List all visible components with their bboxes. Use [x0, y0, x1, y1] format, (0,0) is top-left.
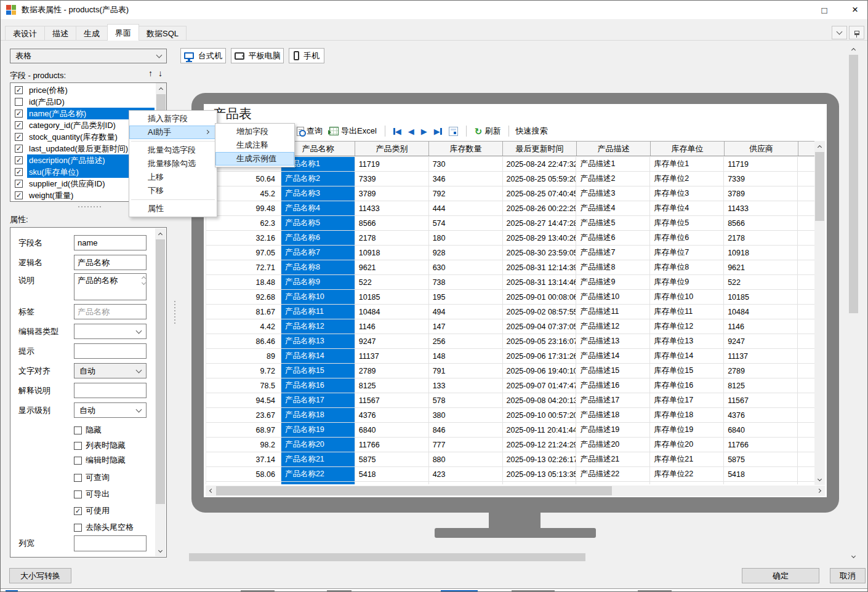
- editor-type-select[interactable]: [74, 324, 147, 339]
- refresh-button[interactable]: ↻ 刷新: [473, 126, 503, 137]
- table-row[interactable]: 23.67产品名称1843763802025-09-10 00:57:20产品描…: [206, 408, 814, 423]
- last-record-button[interactable]: ▶: [432, 127, 444, 136]
- menu-batch-check-fields[interactable]: 批量勾选字段: [129, 143, 217, 157]
- column-header-8[interactable]: [798, 142, 815, 156]
- menu-insert-new-field[interactable]: 插入新字段: [129, 112, 217, 126]
- field-checkbox[interactable]: ✓: [15, 86, 23, 94]
- ok-button[interactable]: 确定: [742, 568, 819, 583]
- tab-interface[interactable]: 界面: [107, 24, 139, 41]
- column-width-input[interactable]: [74, 535, 147, 551]
- move-field-down-button[interactable]: ↓: [158, 68, 163, 78]
- hint-input[interactable]: [74, 343, 147, 359]
- horizontal-splitter[interactable]: [78, 206, 103, 207]
- pin-button[interactable]: [849, 26, 864, 39]
- column-header-7[interactable]: 供应商: [725, 142, 798, 156]
- table-row[interactable]: 32.16产品名称621781802025-08-29 13:40:26产品描述…: [206, 231, 814, 246]
- first-record-button[interactable]: ◀: [392, 127, 403, 136]
- table-row[interactable]: 68.97产品名称1968408462025-09-11 20:41:44产品描…: [206, 423, 814, 438]
- view-type-select[interactable]: 表格: [10, 49, 167, 63]
- checkbox-trim-spaces[interactable]: [74, 524, 82, 532]
- field-checkbox[interactable]: ✓: [15, 168, 23, 176]
- column-header-5[interactable]: 产品描述: [577, 142, 651, 156]
- table-row[interactable]: 92.68产品名称10101851952025-09-01 00:08:06产品…: [206, 290, 814, 305]
- table-row[interactable]: 37.14产品名称2158758802025-09-13 02:26:17产品描…: [206, 452, 814, 467]
- column-header-6[interactable]: 库存单位: [651, 142, 725, 156]
- device-phone-button[interactable]: 手机: [289, 48, 324, 63]
- field-name-input[interactable]: [74, 235, 147, 250]
- next-record-button[interactable]: ▶: [419, 127, 429, 136]
- menu-move-up[interactable]: 上移: [129, 170, 217, 184]
- table-row[interactable]: 89产品名称14111371482025-09-06 17:31:26产品描述1…: [206, 349, 814, 364]
- table-row[interactable]: 18.48产品名称95227382025-08-31 13:14:46产品描述9…: [206, 275, 814, 290]
- table-row[interactable]: 72.71产品名称896216302025-08-31 12:14:39产品描述…: [206, 260, 814, 275]
- column-header-2[interactable]: 产品类别: [355, 142, 429, 156]
- quick-search-button[interactable]: 快速搜索: [515, 126, 547, 137]
- description-textarea[interactable]: 产品的名称: [74, 273, 147, 300]
- menu-move-down[interactable]: 下移: [129, 184, 217, 198]
- device-desktop-button[interactable]: 台式机: [180, 48, 226, 63]
- table-row[interactable]: 50.64产品名称273393462025-08-25 05:59:20产品描述…: [206, 172, 814, 186]
- properties-scrollbar[interactable]: [155, 228, 166, 556]
- submenu-add-field[interactable]: 增加字段: [215, 125, 294, 138]
- logical-name-input[interactable]: [74, 255, 147, 270]
- column-header-3[interactable]: 库存数量: [429, 142, 503, 156]
- table-row[interactable]: 99.48产品名称4114334442025-08-26 00:22:29产品描…: [206, 201, 814, 216]
- submenu-generate-sample-value[interactable]: 生成示例值: [215, 152, 294, 166]
- field-checkbox[interactable]: [15, 98, 23, 106]
- close-button[interactable]: ×: [844, 1, 866, 19]
- explanation-input[interactable]: [74, 383, 147, 398]
- scrollbar-thumb[interactable]: [815, 152, 824, 221]
- menu-properties[interactable]: 属性: [129, 202, 217, 215]
- record-grid-button[interactable]: [447, 127, 460, 136]
- tag-input[interactable]: [74, 304, 147, 319]
- table-row[interactable]: 86.46产品名称1392472562025-09-05 23:16:07产品描…: [206, 334, 814, 349]
- scrollbar-thumb[interactable]: [216, 486, 612, 495]
- dialog-horizontal-scrollbar-thumb[interactable]: [189, 553, 585, 561]
- field-checkbox[interactable]: ✓: [15, 191, 23, 199]
- table-row[interactable]: 97.05产品名称7109189282025-08-30 23:59:05产品描…: [206, 246, 814, 260]
- table-horizontal-scrollbar[interactable]: [206, 486, 825, 496]
- checkbox-hidden[interactable]: [74, 426, 82, 434]
- cancel-button[interactable]: 取消: [830, 568, 866, 583]
- textarea-spinner[interactable]: [142, 275, 145, 284]
- maximize-button[interactable]: □: [813, 1, 835, 19]
- previous-record-button[interactable]: ◀: [406, 127, 416, 136]
- move-field-up-button[interactable]: ↑: [148, 68, 153, 78]
- table-row[interactable]: 4.42产品名称1211461472025-09-04 07:37:05产品描述…: [206, 319, 814, 334]
- field-checkbox[interactable]: ✓: [15, 133, 23, 141]
- tab-description[interactable]: 描述: [44, 26, 76, 41]
- table-vertical-scrollbar[interactable]: [814, 141, 825, 485]
- query-button[interactable]: 查询: [295, 126, 324, 137]
- table-row[interactable]: 98.2产品名称20117667772025-09-12 21:24:29产品描…: [206, 438, 814, 452]
- vertical-splitter[interactable]: [174, 301, 175, 324]
- case-convert-button[interactable]: 大小写转换: [9, 568, 71, 583]
- checkbox-hide-in-edit[interactable]: [74, 457, 82, 465]
- tab-data-sql[interactable]: 数据SQL: [139, 26, 187, 41]
- field-checkbox[interactable]: ✓: [15, 145, 23, 153]
- table-row[interactable]: 94.54产品名称17115675782025-09-08 04:20:13产品…: [206, 393, 814, 408]
- checkbox-hide-in-list[interactable]: [74, 442, 82, 450]
- checkbox-usable[interactable]: ✓: [74, 507, 82, 515]
- collapse-panel-button[interactable]: [832, 26, 847, 39]
- field-checkbox[interactable]: ✓: [15, 180, 23, 188]
- export-excel-button[interactable]: 导出Excel: [328, 126, 379, 137]
- table-row[interactable]: 产品名称1117197302025-08-24 22:47:32产品描述1库存单…: [206, 157, 814, 172]
- field-item-0[interactable]: ✓price(价格): [10, 84, 166, 96]
- table-row[interactable]: 62.3产品名称585665742025-08-27 14:47:28产品描述5…: [206, 216, 814, 231]
- dialog-vertical-scrollbar[interactable]: [848, 44, 859, 562]
- device-tablet-button[interactable]: 平板电脑: [231, 48, 284, 63]
- tab-generate[interactable]: 生成: [76, 26, 108, 41]
- column-header-4[interactable]: 最后更新时间: [503, 142, 577, 156]
- checkbox-queryable[interactable]: [74, 474, 82, 482]
- table-row[interactable]: 81.67产品名称11104844942025-09-02 08:57:55产品…: [206, 305, 814, 319]
- scrollbar-thumb[interactable]: [156, 239, 165, 504]
- table-row[interactable]: 9.72产品名称1527897912025-09-06 19:40:10产品描述…: [206, 364, 814, 378]
- field-checkbox[interactable]: ✓: [15, 110, 23, 118]
- field-item-1[interactable]: id(产品ID): [10, 96, 166, 108]
- table-row[interactable]: 78.5产品名称1681251332025-09-07 01:47:47产品描述…: [206, 378, 814, 393]
- table-row[interactable]: 产品名称23产品描述23库存单位23: [206, 482, 814, 484]
- table-row[interactable]: 58.06产品名称2254184232025-09-13 05:13:35产品描…: [206, 467, 814, 482]
- menu-batch-uncheck[interactable]: 批量移除勾选: [129, 157, 217, 170]
- display-level-select[interactable]: 自动: [74, 402, 147, 418]
- submenu-generate-comment[interactable]: 生成注释: [215, 138, 294, 152]
